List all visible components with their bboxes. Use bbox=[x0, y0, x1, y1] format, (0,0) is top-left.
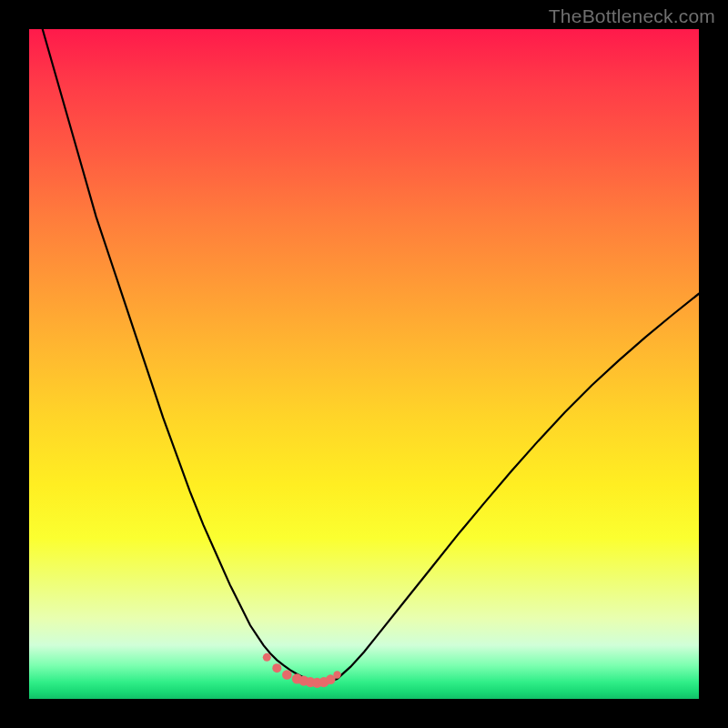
plot-area bbox=[29, 29, 699, 699]
curve-svg bbox=[29, 29, 699, 699]
watermark-text: TheBottleneck.com bbox=[549, 5, 715, 27]
highlight-dot bbox=[263, 653, 271, 662]
highlight-dot bbox=[282, 670, 292, 680]
outer-frame: TheBottleneck.com bbox=[0, 0, 728, 728]
bottleneck-curve bbox=[29, 29, 699, 683]
highlight-dot bbox=[333, 671, 340, 678]
highlight-dot bbox=[272, 663, 281, 672]
